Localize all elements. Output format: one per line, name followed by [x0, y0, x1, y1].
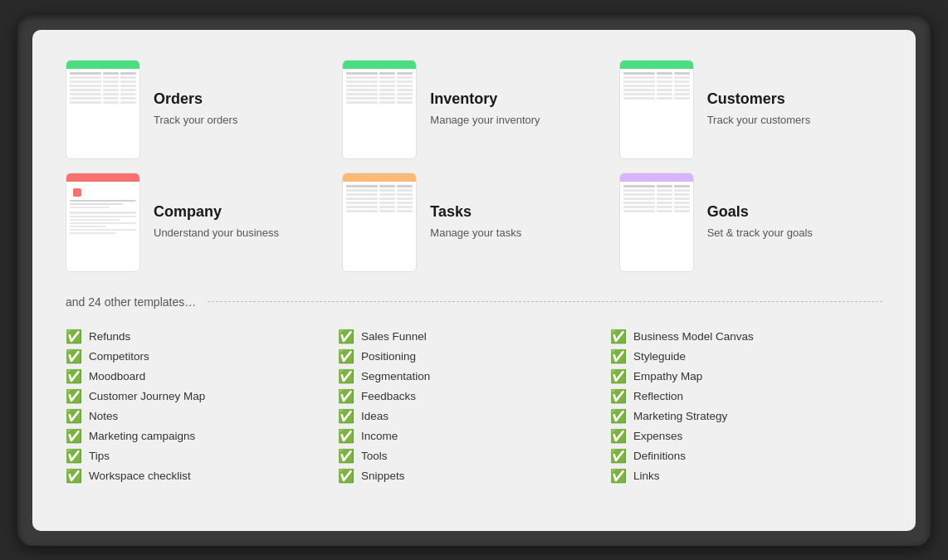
list-item[interactable]: ✅ Reflection [610, 387, 882, 407]
list-item[interactable]: ✅ Tools [338, 446, 610, 466]
check-icon: ✅ [338, 430, 354, 443]
card-info-orders: Orders Track your orders [154, 90, 329, 128]
list-item[interactable]: ✅ Customer Journey Map [66, 387, 338, 407]
item-label: Tools [361, 450, 388, 462]
check-icon: ✅ [66, 390, 82, 403]
list-item[interactable]: ✅ Expenses [610, 426, 882, 446]
card-info-customers: Customers Track your customers [707, 90, 882, 128]
items-list-grid: ✅ Refunds ✅ Competitors ✅ Moodboard ✅ Cu… [66, 327, 882, 486]
template-card-inventory[interactable]: Inventory Manage your inventory [342, 60, 605, 159]
check-icon: ✅ [338, 330, 354, 343]
list-item[interactable]: ✅ Segmentation [338, 367, 610, 387]
list-item[interactable]: ✅ Definitions [610, 446, 882, 466]
list-item[interactable]: ✅ Marketing campaigns [66, 426, 338, 446]
template-card-tasks[interactable]: Tasks Manage your tasks [342, 173, 605, 272]
list-item[interactable]: ✅ Links [610, 466, 882, 486]
card-title-tasks: Tasks [430, 203, 605, 221]
template-card-company[interactable]: Company Understand your business [66, 173, 329, 272]
item-label: Customer Journey Map [89, 390, 205, 402]
check-icon: ✅ [610, 350, 627, 363]
list-item[interactable]: ✅ Refunds [66, 327, 338, 347]
template-card-customers[interactable]: Customers Track your customers [619, 60, 882, 159]
thumbnail-company [66, 173, 140, 272]
inner-screen: Orders Track your orders [32, 30, 916, 531]
item-label: Positioning [361, 350, 416, 363]
list-item[interactable]: ✅ Notes [66, 407, 338, 426]
list-item[interactable]: ✅ Ideas [338, 407, 610, 426]
card-info-inventory: Inventory Manage your inventory [430, 90, 605, 128]
list-item[interactable]: ✅ Marketing Strategy [610, 407, 882, 426]
more-templates-section: and 24 other templates… [66, 295, 882, 309]
check-icon: ✅ [610, 450, 627, 463]
item-label: Expenses [633, 430, 682, 442]
list-item[interactable]: ✅ Business Model Canvas [610, 327, 882, 347]
list-item[interactable]: ✅ Sales Funnel [338, 327, 610, 347]
card-desc-goals: Set & track your goals [707, 226, 882, 241]
device-frame: Orders Track your orders [17, 15, 931, 546]
list-col-1: ✅ Refunds ✅ Competitors ✅ Moodboard ✅ Cu… [66, 327, 338, 486]
templates-grid: Orders Track your orders [66, 60, 882, 272]
item-label: Reflection [633, 390, 683, 402]
check-icon: ✅ [66, 450, 82, 463]
more-divider [208, 301, 882, 302]
check-icon: ✅ [338, 450, 354, 463]
check-icon: ✅ [66, 350, 82, 363]
item-label: Notes [89, 410, 118, 422]
list-col-3: ✅ Business Model Canvas ✅ Styleguide ✅ E… [610, 327, 882, 486]
check-icon: ✅ [610, 470, 627, 483]
item-label: Snippets [361, 470, 405, 482]
template-card-goals[interactable]: Goals Set & track your goals [619, 173, 882, 272]
list-item[interactable]: ✅ Tips [66, 446, 338, 466]
list-col-2: ✅ Sales Funnel ✅ Positioning ✅ Segmentat… [338, 327, 610, 486]
item-label: Empathy Map [633, 370, 702, 382]
card-desc-customers: Track your customers [707, 113, 882, 128]
list-item[interactable]: ✅ Feedbacks [338, 387, 610, 407]
item-label: Styleguide [633, 350, 686, 363]
card-info-company: Company Understand your business [154, 203, 329, 241]
item-label: Tips [89, 450, 110, 462]
item-label: Ideas [361, 410, 388, 422]
check-icon: ✅ [338, 350, 354, 363]
thumbnail-orders [66, 60, 140, 159]
item-label: Moodboard [89, 370, 145, 382]
thumbnail-customers [619, 60, 694, 159]
item-label: Definitions [633, 450, 686, 462]
card-title-customers: Customers [707, 90, 882, 108]
more-templates-label: and 24 other templates… [66, 295, 196, 309]
check-icon: ✅ [338, 410, 354, 423]
card-desc-tasks: Manage your tasks [430, 226, 605, 241]
item-label: Sales Funnel [361, 330, 427, 343]
item-label: Feedbacks [361, 390, 416, 402]
card-desc-inventory: Manage your inventory [430, 113, 605, 128]
list-item[interactable]: ✅ Income [338, 426, 610, 446]
check-icon: ✅ [610, 330, 627, 343]
item-label: Links [633, 470, 660, 482]
card-title-company: Company [154, 203, 329, 221]
thumbnail-tasks [342, 173, 417, 272]
item-label: Segmentation [361, 370, 430, 382]
list-item[interactable]: ✅ Styleguide [610, 347, 882, 367]
list-item[interactable]: ✅ Snippets [338, 466, 610, 486]
thumbnail-goals [619, 173, 694, 272]
check-icon: ✅ [610, 410, 627, 423]
card-title-orders: Orders [154, 90, 329, 108]
check-icon: ✅ [66, 410, 82, 423]
check-icon: ✅ [338, 390, 354, 403]
thumbnail-inventory [342, 60, 417, 159]
item-label: Workspace checklist [89, 470, 191, 482]
check-icon: ✅ [66, 370, 82, 383]
item-label: Competitors [89, 350, 149, 363]
check-icon: ✅ [338, 370, 354, 383]
card-title-goals: Goals [707, 203, 882, 221]
template-card-orders[interactable]: Orders Track your orders [66, 60, 329, 159]
check-icon: ✅ [610, 390, 627, 403]
list-item[interactable]: ✅ Positioning [338, 347, 610, 367]
list-item[interactable]: ✅ Empathy Map [610, 367, 882, 387]
list-item[interactable]: ✅ Workspace checklist [66, 466, 338, 486]
check-icon: ✅ [66, 470, 82, 483]
card-info-tasks: Tasks Manage your tasks [430, 203, 605, 241]
item-label: Refunds [89, 330, 130, 343]
list-item[interactable]: ✅ Moodboard [66, 367, 338, 387]
item-label: Income [361, 430, 398, 442]
list-item[interactable]: ✅ Competitors [66, 347, 338, 367]
